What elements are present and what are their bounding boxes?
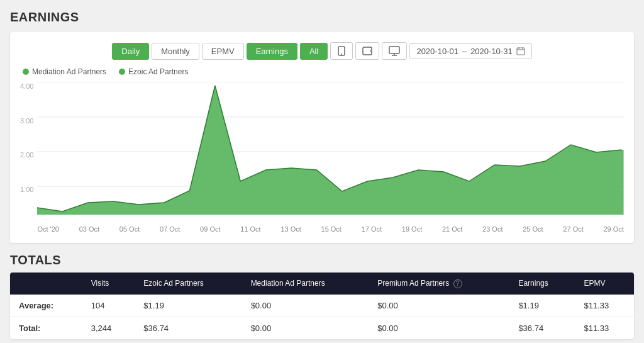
legend-dot-mediation	[23, 69, 29, 75]
all-button[interactable]: All	[300, 43, 328, 60]
row-ezoic-average: $1.19	[135, 295, 242, 317]
earnings-title: EARNINGS	[10, 10, 634, 25]
legend-mediation: Mediation Ad Partners	[23, 67, 106, 76]
totals-title: TOTALS	[10, 253, 634, 267]
row-label-total: Total:	[10, 317, 82, 339]
monthly-button[interactable]: Monthly	[152, 43, 199, 60]
col-header-epmv: EPMV	[575, 273, 634, 295]
desktop-device-button[interactable]	[382, 42, 407, 60]
daily-button[interactable]: Daily	[112, 43, 149, 60]
row-visits-total: 3,244	[82, 317, 135, 339]
row-epmv-total: $11.33	[575, 317, 634, 339]
epmv-button[interactable]: EPMV	[202, 43, 244, 60]
row-epmv-average: $11.33	[575, 295, 634, 317]
chart-area: Oct '20 03 Oct 05 Oct 07 Oct 09 Oct 11 O…	[37, 82, 624, 233]
totals-table: Visits Ezoic Ad Partners Mediation Ad Pa…	[10, 273, 634, 339]
date-separator: –	[462, 47, 467, 56]
col-header-label	[10, 273, 82, 295]
date-start: 2020-10-01	[416, 47, 458, 56]
row-ezoic-total: $36.74	[135, 317, 242, 339]
premium-info-icon[interactable]: ?	[453, 279, 462, 288]
svg-rect-7	[517, 48, 525, 55]
legend-label-ezoic: Ezoic Ad Partners	[128, 67, 188, 76]
row-mediation-total: $0.00	[242, 317, 369, 339]
y-axis: 4.00 3.00 2.00 1.00	[20, 82, 37, 221]
chart-legend: Mediation Ad Partners Ezoic Ad Partners	[20, 67, 624, 76]
chart-card: Daily Monthly EPMV Earnings All	[10, 32, 634, 243]
table-row-average: Average: 104 $1.19 $0.00 $0.00 $1.19 $11…	[10, 295, 634, 317]
col-header-premium: Premium Ad Partners ?	[369, 273, 509, 295]
legend-ezoic: Ezoic Ad Partners	[119, 67, 188, 76]
totals-section: TOTALS Visits Ezoic Ad Partners Mediatio…	[10, 253, 634, 339]
row-premium-total: $0.00	[369, 317, 509, 339]
earnings-section: EARNINGS Daily Monthly EPMV Earnings All	[10, 10, 634, 243]
svg-point-3	[370, 50, 371, 52]
legend-dot-ezoic	[119, 69, 125, 75]
date-end: 2020-10-31	[470, 47, 513, 56]
row-label-average: Average:	[10, 295, 82, 317]
row-visits-average: 104	[82, 295, 135, 317]
calendar-icon	[516, 47, 525, 55]
tablet-device-button[interactable]	[355, 42, 379, 60]
row-mediation-average: $0.00	[242, 295, 369, 317]
svg-point-1	[341, 53, 342, 55]
col-header-mediation: Mediation Ad Partners	[242, 273, 369, 295]
col-header-earnings: Earnings	[509, 273, 575, 295]
row-earnings-average: $1.19	[509, 295, 575, 317]
chart-toolbar: Daily Monthly EPMV Earnings All	[20, 42, 624, 60]
mobile-device-button[interactable]	[330, 42, 353, 60]
svg-rect-4	[389, 47, 399, 53]
col-header-visits: Visits	[82, 273, 135, 295]
earnings-button[interactable]: Earnings	[247, 43, 297, 60]
legend-label-mediation: Mediation Ad Partners	[32, 67, 106, 76]
date-range-picker[interactable]: 2020-10-01 – 2020-10-31	[409, 43, 531, 59]
table-header-row: Visits Ezoic Ad Partners Mediation Ad Pa…	[10, 273, 634, 295]
page-container: EARNINGS Daily Monthly EPMV Earnings All	[10, 10, 634, 339]
table-row-total: Total: 3,244 $36.74 $0.00 $0.00 $36.74 $…	[10, 317, 634, 339]
row-earnings-total: $36.74	[509, 317, 575, 339]
chart-wrapper: 4.00 3.00 2.00 1.00	[20, 82, 624, 233]
x-axis-labels: Oct '20 03 Oct 05 Oct 07 Oct 09 Oct 11 O…	[37, 223, 624, 233]
chart-svg	[37, 82, 624, 221]
totals-table-card: Visits Ezoic Ad Partners Mediation Ad Pa…	[10, 273, 634, 339]
col-header-ezoic: Ezoic Ad Partners	[135, 273, 242, 295]
row-premium-average: $0.00	[369, 295, 509, 317]
